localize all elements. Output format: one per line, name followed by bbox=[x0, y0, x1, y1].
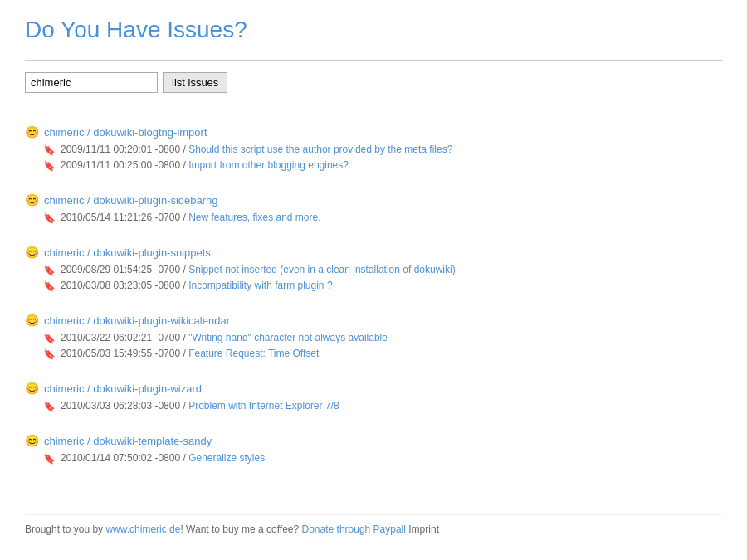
issue-meta: 2010/05/14 11:21:26 -0700 / New features… bbox=[61, 212, 321, 223]
smiley-icon: 😊 bbox=[25, 314, 39, 327]
issue-icon: 🔖 bbox=[43, 280, 56, 292]
issue-link[interactable]: Incompatibility with farm plugin ? bbox=[188, 280, 332, 291]
issue-icon: 🔖 bbox=[43, 160, 56, 172]
issue-meta: 2010/03/03 06:28:03 -0800 / Problem with… bbox=[61, 400, 339, 411]
issue-icon: 🔖 bbox=[43, 265, 56, 276]
smiley-icon: 😊 bbox=[25, 193, 39, 207]
search-button[interactable]: list issues bbox=[163, 72, 227, 93]
issue-meta: 2010/01/14 07:50:02 -0800 / Generalize s… bbox=[61, 452, 265, 464]
repo-section: 😊chimeric / dokuwiki-plugin-wikicalendar… bbox=[25, 314, 722, 360]
repo-link[interactable]: chimeric / dokuwiki-template-sandy bbox=[44, 435, 212, 447]
footer-text-after: Imprint bbox=[406, 523, 439, 535]
repo-title-row: 😊chimeric / dokuwiki-plugin-wikicalendar bbox=[25, 314, 722, 327]
smiley-icon: 😊 bbox=[25, 125, 39, 139]
issue-item: 🔖2009/11/11 00:25:00 -0800 / Import from… bbox=[43, 159, 722, 172]
repo-section: 😊chimeric / dokuwiki-plugin-wizard🔖2010/… bbox=[25, 382, 722, 412]
issue-icon: 🔖 bbox=[43, 453, 56, 465]
search-input[interactable] bbox=[25, 72, 158, 93]
smiley-icon: 😊 bbox=[25, 382, 39, 395]
issue-link[interactable]: Feature Request: Time Offset bbox=[188, 348, 319, 359]
repo-section: 😊chimeric / dokuwiki-template-sandy🔖2010… bbox=[25, 434, 722, 465]
issue-link[interactable]: Problem with Internet Explorer 7/8 bbox=[188, 400, 339, 411]
smiley-icon: 😊 bbox=[25, 246, 39, 259]
repo-link[interactable]: chimeric / dokuwiki-plugin-wizard bbox=[44, 382, 202, 395]
issue-item: 🔖2009/11/11 00:20:01 -0800 / Should this… bbox=[43, 144, 722, 156]
issue-item: 🔖2009/08/29 01:54:25 -0700 / Snippet not… bbox=[43, 264, 722, 276]
issue-icon: 🔖 bbox=[43, 212, 56, 224]
issue-item: 🔖2010/05/14 11:21:26 -0700 / New feature… bbox=[43, 212, 722, 224]
footer-link-chimeric[interactable]: www.chimeric.de bbox=[105, 523, 180, 535]
issue-link[interactable]: "Writing hand" character not always avai… bbox=[188, 332, 388, 343]
repo-title-row: 😊chimeric / dokuwiki-template-sandy bbox=[25, 434, 722, 447]
issue-meta: 2010/03/22 06:02:21 -0700 / "Writing han… bbox=[61, 332, 388, 343]
issue-link[interactable]: Should this script use the author provid… bbox=[188, 144, 452, 155]
issue-icon: 🔖 bbox=[43, 333, 56, 344]
footer-link-donate[interactable]: Donate through Paypall bbox=[302, 523, 406, 535]
repo-link[interactable]: chimeric / dokuwiki-plugin-wikicalendar bbox=[44, 314, 230, 327]
repo-section: 😊chimeric / dokuwiki-blogtng-import🔖2009… bbox=[25, 125, 722, 172]
issue-item: 🔖2010/03/22 06:02:21 -0700 / "Writing ha… bbox=[43, 332, 722, 344]
issue-item: 🔖2010/03/03 06:28:03 -0800 / Problem wit… bbox=[43, 400, 722, 412]
repos-container: 😊chimeric / dokuwiki-blogtng-import🔖2009… bbox=[25, 125, 722, 465]
issue-item: 🔖2010/01/14 07:50:02 -0800 / Generalize … bbox=[43, 452, 722, 465]
repo-link[interactable]: chimeric / dokuwiki-plugin-sidebarng bbox=[44, 194, 218, 207]
footer-text-before: Brought to you by bbox=[25, 523, 105, 535]
issue-meta: 2010/05/03 15:49:55 -0700 / Feature Requ… bbox=[61, 348, 319, 359]
repo-link[interactable]: chimeric / dokuwiki-blogtng-import bbox=[44, 126, 208, 139]
search-bar: list issues bbox=[25, 60, 722, 105]
issue-meta: 2009/11/11 00:20:01 -0800 / Should this … bbox=[61, 144, 452, 155]
issue-icon: 🔖 bbox=[43, 401, 56, 412]
repo-link[interactable]: chimeric / dokuwiki-plugin-snippets bbox=[44, 246, 211, 259]
issue-link[interactable]: New features, fixes and more. bbox=[188, 212, 320, 223]
repo-section: 😊chimeric / dokuwiki-plugin-sidebarng🔖20… bbox=[25, 193, 722, 224]
issue-link[interactable]: Generalize styles bbox=[188, 452, 265, 464]
repo-title-row: 😊chimeric / dokuwiki-plugin-wizard bbox=[25, 382, 722, 395]
issue-item: 🔖2010/05/03 15:49:55 -0700 / Feature Req… bbox=[43, 348, 722, 360]
page-title: Do You Have Issues? bbox=[25, 17, 722, 43]
repo-title-row: 😊chimeric / dokuwiki-plugin-snippets bbox=[25, 246, 722, 259]
issue-item: 🔖2010/03/08 03:23:05 -0800 / Incompatibi… bbox=[43, 280, 722, 292]
issue-meta: 2009/11/11 00:25:00 -0800 / Import from … bbox=[61, 159, 349, 171]
issue-icon: 🔖 bbox=[43, 348, 56, 360]
repo-title-row: 😊chimeric / dokuwiki-blogtng-import bbox=[25, 125, 722, 139]
repo-section: 😊chimeric / dokuwiki-plugin-snippets🔖200… bbox=[25, 246, 722, 292]
repo-title-row: 😊chimeric / dokuwiki-plugin-sidebarng bbox=[25, 193, 722, 207]
issue-meta: 2009/08/29 01:54:25 -0700 / Snippet not … bbox=[61, 264, 456, 275]
issue-meta: 2010/03/08 03:23:05 -0800 / Incompatibil… bbox=[61, 280, 333, 291]
footer-text-middle: ! Want to buy me a coffee? bbox=[180, 523, 301, 535]
issue-icon: 🔖 bbox=[43, 144, 56, 156]
smiley-icon: 😊 bbox=[25, 434, 39, 447]
issue-link[interactable]: Snippet not inserted (even in a clean in… bbox=[188, 264, 456, 275]
page-wrapper: Do You Have Issues? list issues 😊chimeri… bbox=[0, 0, 747, 552]
footer: Brought to you by www.chimeric.de! Want … bbox=[25, 514, 722, 535]
issue-link[interactable]: Import from other blogging engines? bbox=[188, 159, 349, 171]
